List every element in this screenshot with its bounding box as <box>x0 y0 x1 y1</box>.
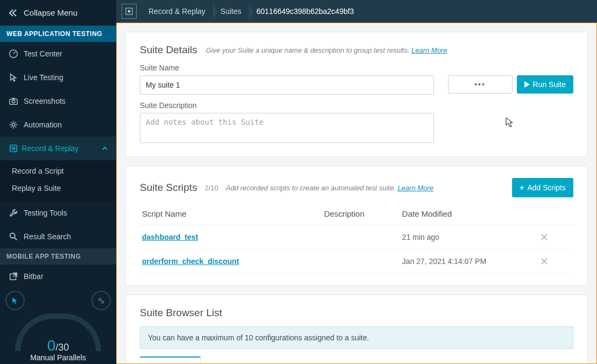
script-desc <box>322 225 400 249</box>
script-desc <box>322 249 400 274</box>
collapse-menu-label: Collapse Menu <box>24 8 77 17</box>
learn-more-link[interactable]: Learn More <box>411 46 447 54</box>
gauge-label: Manual Parallels <box>30 353 86 362</box>
more-actions-button[interactable]: ••• <box>448 75 513 94</box>
nav-label: Live Testing <box>24 73 63 82</box>
col-date-modified: Date Modified <box>400 205 539 225</box>
nav-automation[interactable]: Automation <box>0 113 116 137</box>
suite-name-label: Suite Name <box>140 63 434 72</box>
gauge-icon <box>9 49 24 59</box>
svg-point-8 <box>102 301 104 303</box>
collapse-menu-button[interactable]: Collapse Menu <box>0 0 116 26</box>
nav-label: Testing Tools <box>24 209 67 217</box>
suite-scripts-subtitle: Add recorded scripts to create an automa… <box>226 184 433 192</box>
suite-desc-textarea[interactable] <box>140 113 434 143</box>
topbar: Record & Replay Suites 60116649c398b62ba… <box>116 0 597 23</box>
breadcrumb-record-replay[interactable]: Record & Replay <box>141 0 213 23</box>
nav-result-search[interactable]: Result Search <box>0 225 116 248</box>
section-header-mobile: MOBILE APP TESTING <box>0 248 116 265</box>
svg-rect-4 <box>10 145 17 152</box>
section-header-web: WEB APPLICATION TESTING <box>0 26 116 42</box>
suite-details-subtitle: Give your Suite a unique name & descript… <box>206 46 447 54</box>
suite-scripts-title: Suite Scripts <box>140 182 197 194</box>
browser-info-banner: You can have a maximum of 10 configurati… <box>140 326 573 349</box>
settings-circle-button[interactable] <box>91 291 111 310</box>
parallels-gauge: 0/30 Manual Parallels <box>5 313 111 364</box>
nav-label: Bitbar <box>24 272 44 281</box>
suite-browser-list-card: Suite Browser List You can have a maximu… <box>125 295 588 364</box>
nav-label: Test Center <box>24 49 62 58</box>
suite-details-title: Suite Details <box>140 44 197 56</box>
search-icon <box>9 232 24 241</box>
nav-label: Record & Replay <box>22 144 79 153</box>
gauge-total: /30 <box>55 342 69 353</box>
script-link[interactable]: orderform_check_discount <box>142 257 239 266</box>
suite-desc-label: Suite Description <box>140 101 434 110</box>
pointer-circle-button[interactable] <box>5 291 25 310</box>
pointer-icon <box>9 73 24 82</box>
suite-details-card: Suite Details Give your Suite a unique n… <box>125 32 588 157</box>
col-description: Description <box>322 205 400 225</box>
col-script-name: Script Name <box>140 205 322 225</box>
wrench-icon <box>9 208 24 218</box>
suite-scripts-card: Suite Scripts 2/10 Add recorded scripts … <box>125 166 588 286</box>
svg-point-10 <box>128 10 130 12</box>
camera-icon <box>9 96 24 106</box>
record-icon <box>9 144 22 153</box>
breadcrumb-suites[interactable]: Suites <box>213 0 249 23</box>
sidebar: Collapse Menu WEB APPLICATION TESTING Te… <box>0 0 116 364</box>
nav-label: Screenshots <box>24 97 66 105</box>
chevron-double-left-icon <box>9 9 17 17</box>
browser-tabs: Desktop <box>140 356 573 364</box>
select-target-button[interactable] <box>122 4 137 19</box>
scripts-count: 2/10 <box>205 184 218 192</box>
external-link-icon <box>9 272 24 281</box>
add-scripts-button[interactable]: + Add Scripts <box>512 178 573 197</box>
nav-label: Result Search <box>24 232 71 241</box>
subnav-replay-suite[interactable]: Replay a Suite <box>0 180 116 197</box>
gear-icon <box>9 120 24 130</box>
sidebar-footer: 0/30 Manual Parallels <box>0 287 116 364</box>
delete-script-button[interactable] <box>539 249 574 274</box>
table-row: dashboard_test 21 min ago <box>140 225 573 249</box>
table-row: orderform_check_discount Jan 27, 2021 4:… <box>140 249 573 274</box>
scripts-learn-more-link[interactable]: Learn More <box>397 184 433 192</box>
svg-point-2 <box>12 100 15 103</box>
browser-list-title: Suite Browser List <box>140 307 222 318</box>
content-frame: Suite Details Give your Suite a unique n… <box>116 23 597 364</box>
nav-record-replay-submenu: Record a Script Replay a Suite <box>0 160 116 201</box>
nav-screenshots[interactable]: Screenshots <box>0 89 116 113</box>
tab-desktop[interactable]: Desktop <box>140 356 201 364</box>
subnav-record-script[interactable]: Record a Script <box>0 162 116 180</box>
scripts-table: Script Name Description Date Modified da… <box>140 205 573 274</box>
svg-point-7 <box>99 298 101 301</box>
play-icon <box>524 81 530 88</box>
nav-bitbar[interactable]: Bitbar <box>0 265 116 288</box>
gauge-used: 0 <box>47 337 56 354</box>
script-date: Jan 27, 2021 4:14:07 PM <box>400 249 539 274</box>
breadcrumb-current: 60116649c398b62ba2c49bf3 <box>249 0 361 23</box>
nav-live-testing[interactable]: Live Testing <box>0 66 116 89</box>
script-link[interactable]: dashboard_test <box>142 233 198 241</box>
chevron-up-icon <box>102 146 108 151</box>
plus-icon: + <box>520 183 524 192</box>
nav-label: Automation <box>24 120 62 129</box>
delete-script-button[interactable] <box>539 225 574 249</box>
script-date: 21 min ago <box>400 225 539 249</box>
nav-record-replay[interactable]: Record & Replay <box>0 137 116 160</box>
nav-test-center[interactable]: Test Center <box>0 42 116 66</box>
run-suite-button[interactable]: Run Suite <box>517 75 573 94</box>
suite-name-input[interactable] <box>140 75 434 95</box>
nav-testing-tools[interactable]: Testing Tools <box>0 201 116 225</box>
svg-point-5 <box>10 233 15 238</box>
svg-point-3 <box>12 123 15 126</box>
